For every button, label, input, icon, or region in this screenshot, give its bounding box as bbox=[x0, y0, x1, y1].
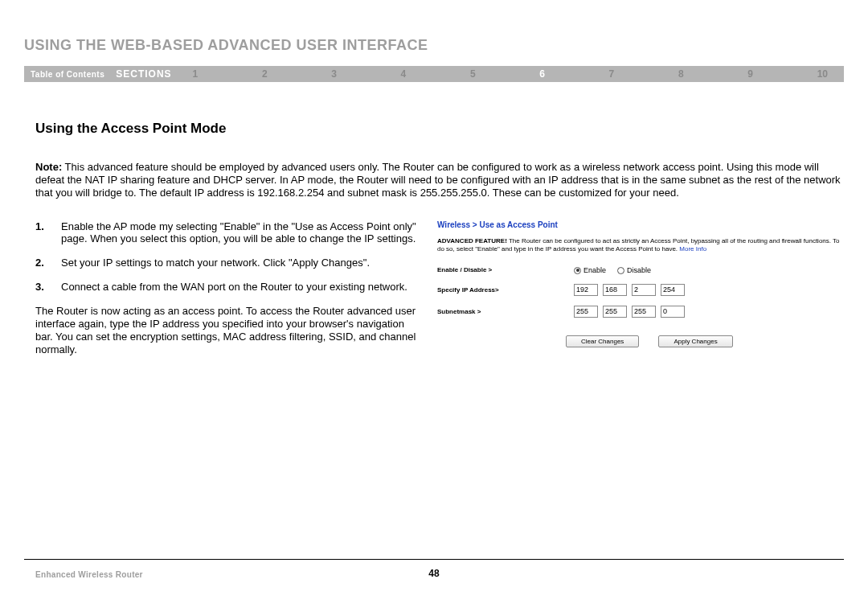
router-ui-screenshot: Wireless > Use as Access Point ADVANCED … bbox=[437, 220, 842, 356]
section-link-4[interactable]: 4 bbox=[401, 68, 407, 80]
enable-disable-label: Enable / Disable > bbox=[437, 266, 574, 273]
section-link-2[interactable]: 2 bbox=[262, 68, 268, 80]
clear-changes-button[interactable]: Clear Changes bbox=[566, 335, 639, 347]
ip-address-label: Specify IP Address> bbox=[437, 286, 574, 294]
more-info-link[interactable]: More Info bbox=[679, 245, 706, 253]
mask-octet-1[interactable]: 255 bbox=[574, 306, 598, 318]
enable-disable-row: Enable / Disable > Enable Disable bbox=[437, 266, 842, 274]
radio-checked-icon bbox=[574, 267, 581, 274]
list-item: 1. Enable the AP mode my selecting "Enab… bbox=[35, 220, 421, 246]
step-text: Enable the AP mode my selecting "Enable"… bbox=[61, 220, 421, 246]
page-title: USING THE WEB-BASED ADVANCED USER INTERF… bbox=[24, 37, 428, 54]
toc-link[interactable]: Table of Contents bbox=[24, 70, 116, 79]
section-link-3[interactable]: 3 bbox=[331, 68, 337, 80]
enable-radio-label: Enable bbox=[583, 266, 606, 274]
ip-octet-3[interactable]: 2 bbox=[632, 284, 656, 296]
advanced-feature-label: ADVANCED FEATURE! bbox=[437, 237, 507, 244]
step-number: 1. bbox=[35, 220, 61, 246]
section-link-5[interactable]: 5 bbox=[470, 68, 476, 80]
section-numbers: 1 2 3 4 5 6 7 8 9 10 bbox=[193, 68, 844, 80]
radio-unchecked-icon bbox=[617, 267, 624, 274]
section-link-6[interactable]: 6 bbox=[539, 68, 545, 80]
followup-paragraph: The Router is now acting as an access po… bbox=[35, 305, 421, 355]
section-link-9[interactable]: 9 bbox=[747, 68, 753, 80]
footer-rule bbox=[24, 559, 844, 560]
list-item: 3. Connect a cable from the WAN port on … bbox=[35, 281, 421, 294]
section-link-1[interactable]: 1 bbox=[193, 68, 199, 80]
subnetmask-row: Subnetmask > 255 255 255 0 bbox=[437, 306, 842, 318]
step-text: Set your IP settings to match your netwo… bbox=[61, 257, 421, 269]
disable-radio[interactable]: Disable bbox=[617, 266, 651, 274]
note-body: This advanced feature should be employed… bbox=[35, 161, 841, 199]
instructions-column: 1. Enable the AP mode my selecting "Enab… bbox=[35, 220, 421, 356]
note-label: Note: bbox=[35, 161, 62, 173]
section-heading: Using the Access Point Mode bbox=[35, 121, 842, 137]
ip-octet-2[interactable]: 168 bbox=[603, 284, 627, 296]
page-number: 48 bbox=[0, 568, 868, 579]
ip-octet-4[interactable]: 254 bbox=[661, 284, 685, 296]
step-text: Connect a cable from the WAN port on the… bbox=[61, 281, 421, 294]
enable-radio[interactable]: Enable bbox=[574, 266, 606, 274]
mask-octet-4[interactable]: 0 bbox=[661, 306, 685, 318]
section-navbar: Table of Contents SECTIONS 1 2 3 4 5 6 7… bbox=[24, 66, 844, 82]
step-number: 3. bbox=[35, 281, 61, 294]
breadcrumb: Wireless > Use as Access Point bbox=[437, 220, 842, 229]
apply-changes-button[interactable]: Apply Changes bbox=[658, 335, 732, 347]
list-item: 2. Set your IP settings to match your ne… bbox=[35, 257, 421, 269]
mask-octet-3[interactable]: 255 bbox=[632, 306, 656, 318]
ip-octet-1[interactable]: 192 bbox=[574, 284, 598, 296]
step-number: 2. bbox=[35, 257, 61, 269]
advanced-feature-note: ADVANCED FEATURE! The Router can be conf… bbox=[437, 237, 842, 253]
content-area: Using the Access Point Mode Note: This a… bbox=[35, 121, 842, 355]
section-link-10[interactable]: 10 bbox=[817, 68, 828, 80]
disable-radio-label: Disable bbox=[627, 266, 651, 274]
subnetmask-label: Subnetmask > bbox=[437, 308, 574, 315]
note-paragraph: Note: This advanced feature should be em… bbox=[35, 161, 842, 199]
mask-octet-2[interactable]: 255 bbox=[603, 306, 627, 318]
section-link-8[interactable]: 8 bbox=[678, 68, 684, 80]
ip-address-row: Specify IP Address> 192 168 2 254 bbox=[437, 284, 842, 296]
section-link-7[interactable]: 7 bbox=[609, 68, 615, 80]
sections-label: SECTIONS bbox=[116, 68, 192, 80]
